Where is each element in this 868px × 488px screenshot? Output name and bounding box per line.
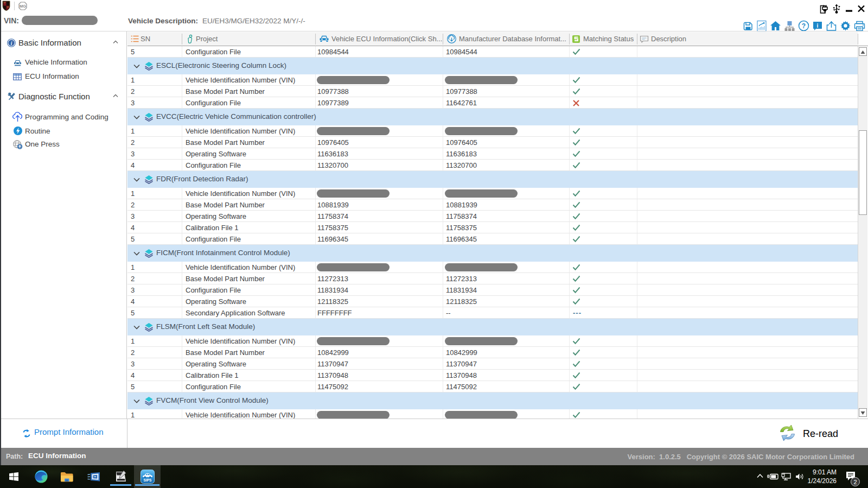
svg-text:SIPS: SIPS (144, 478, 152, 482)
svg-text:i: i (11, 41, 12, 46)
svg-text:MG: MG (20, 4, 26, 9)
